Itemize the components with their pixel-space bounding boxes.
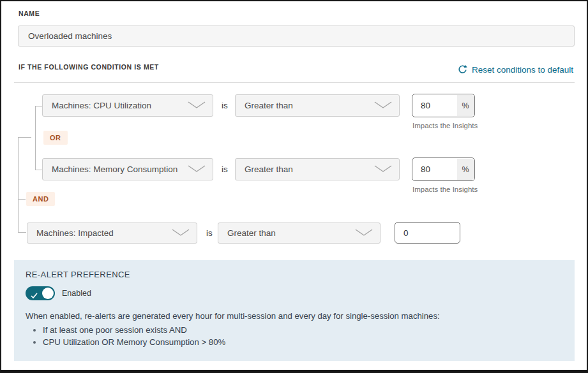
logic-badge-and: AND	[26, 192, 55, 206]
impacts-insights-note: Impacts the Insights	[412, 186, 478, 193]
reset-conditions-link[interactable]: Reset conditions to default	[457, 64, 573, 75]
alert-condition-editor: NAME Overloaded machines IF THE FOLLOWIN…	[0, 0, 588, 373]
threshold-value-memory[interactable]: 80	[412, 158, 457, 180]
threshold-input-memory[interactable]: 80 %	[412, 157, 475, 181]
realert-heading: RE-ALERT PREFERENCE	[26, 270, 563, 279]
realert-preference-panel: RE-ALERT PREFERENCE Enabled When enabled…	[14, 260, 575, 361]
realert-bullet: If at least one poor session exists AND	[43, 325, 563, 335]
metric-dropdown-memory-value: Machines: Memory Consumption	[52, 165, 177, 174]
and-group-connector-stub-bottom	[18, 232, 26, 233]
realert-bullet-list: If at least one poor session exists AND …	[26, 325, 563, 347]
metric-dropdown-cpu[interactable]: Machines: CPU Utilization	[42, 94, 213, 117]
metric-dropdown-impacted[interactable]: Machines: Impacted	[27, 223, 197, 244]
and-group-connector-stub-top	[18, 137, 31, 138]
chevron-down-icon	[171, 228, 190, 238]
chevron-down-icon	[187, 165, 206, 175]
operator-dropdown-memory[interactable]: Greater than	[235, 158, 400, 180]
name-label: NAME	[19, 10, 40, 17]
toggle-knob	[42, 288, 54, 299]
threshold-unit-memory: %	[457, 159, 474, 180]
realert-toggle[interactable]	[26, 286, 55, 300]
metric-dropdown-cpu-value: Machines: CPU Utilization	[52, 101, 151, 110]
chevron-down-icon	[187, 101, 206, 111]
threshold-value-impacted[interactable]: 0	[395, 223, 460, 243]
comparator-word: is	[222, 94, 228, 117]
metric-dropdown-impacted-value: Machines: Impacted	[36, 228, 114, 238]
threshold-value-cpu[interactable]: 80	[412, 94, 457, 117]
chevron-down-icon	[373, 165, 393, 175]
logic-badge-or: OR	[43, 131, 68, 145]
check-icon	[31, 290, 38, 302]
toggle-state-label: Enabled	[62, 289, 91, 298]
threshold-input-impacted[interactable]: 0	[395, 222, 460, 244]
threshold-input-cpu[interactable]: 80 %	[412, 94, 475, 117]
impacts-insights-note: Impacts the Insights	[412, 122, 478, 129]
reset-icon	[457, 64, 467, 75]
realert-description: When enabled, re-alerts are generated ev…	[26, 311, 563, 321]
and-group-connector-stub-mid	[18, 199, 26, 200]
operator-dropdown-memory-value: Greater than	[245, 165, 293, 174]
metric-dropdown-memory[interactable]: Machines: Memory Consumption	[42, 158, 213, 180]
reset-link-label: Reset conditions to default	[472, 65, 573, 75]
operator-dropdown-cpu[interactable]: Greater than	[235, 94, 400, 117]
operator-dropdown-impacted[interactable]: Greater than	[218, 223, 381, 244]
comparator-word: is	[222, 158, 228, 180]
section-divider	[14, 82, 575, 83]
chevron-down-icon	[373, 101, 393, 111]
or-group-connector-line	[35, 106, 36, 170]
comparator-word: is	[206, 223, 213, 244]
threshold-unit-cpu: %	[457, 95, 474, 116]
realert-bullet: CPU Utilization OR Memory Consumption > …	[43, 337, 563, 347]
operator-dropdown-impacted-value: Greater than	[227, 228, 276, 238]
operator-dropdown-cpu-value: Greater than	[245, 101, 293, 110]
name-input[interactable]: Overloaded machines	[18, 26, 575, 47]
and-group-connector-line	[18, 137, 19, 233]
condition-section-label: IF THE FOLLOWING CONDITION IS MET	[19, 63, 159, 71]
chevron-down-icon	[354, 228, 373, 238]
